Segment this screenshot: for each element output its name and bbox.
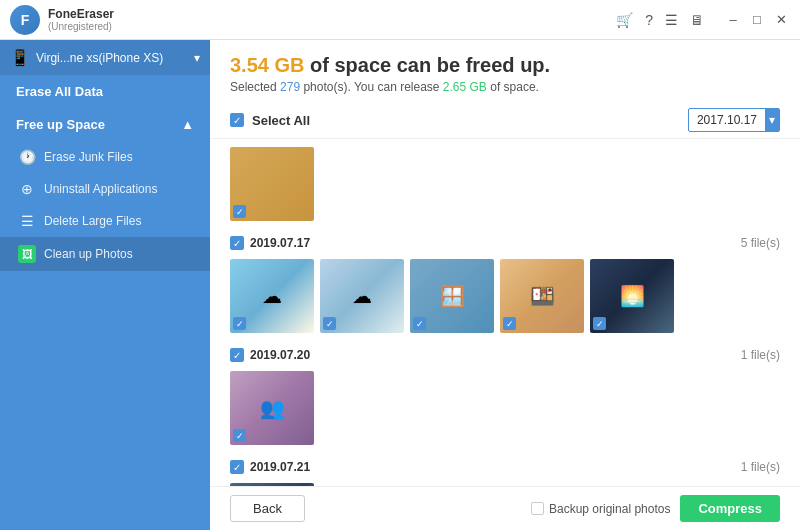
device-info: 📱 Virgi...ne xs(iPhone XS): [10, 48, 163, 67]
toolbar: ✓ Select All 2017.10.17 ▾: [210, 102, 800, 139]
back-button[interactable]: Back: [230, 495, 305, 522]
window-controls: – □ ✕: [724, 11, 790, 29]
plus-circle-icon: ⊕: [18, 181, 36, 197]
compress-button[interactable]: Compress: [680, 495, 780, 522]
backup-checkbox-row[interactable]: Backup original photos: [531, 502, 670, 516]
date-row-1-left: ✓ 2019.07.17: [230, 236, 310, 250]
subtitle-post: of space.: [487, 80, 539, 94]
maximize-button[interactable]: □: [748, 11, 766, 29]
free-up-label: Free up Space: [16, 117, 105, 132]
photo-thumbnail[interactable]: 👥 ✓: [230, 371, 314, 445]
date-group-3: ✓ 2019.07.21 1 file(s) 🌄 ✓: [230, 455, 780, 486]
photo-thumbnail[interactable]: ✓: [230, 147, 314, 221]
dropdown-arrow[interactable]: ▾: [765, 109, 779, 131]
monitor-icon[interactable]: 🖥: [690, 12, 704, 28]
group2-checkbox[interactable]: ✓: [230, 348, 244, 362]
uninstall-label: Uninstall Applications: [44, 182, 157, 196]
device-selector[interactable]: 📱 Virgi...ne xs(iPhone XS) ▾: [0, 40, 210, 75]
clean-photos-label: Clean up Photos: [44, 247, 133, 261]
sidebar-section-free-up: Free up Space ▲: [0, 108, 210, 141]
cart-icon[interactable]: 🛒: [616, 12, 633, 28]
titlebar: F FoneEraser (Unregistered) 🛒 ? ☰ 🖥 – □ …: [0, 0, 800, 40]
photo-thumbnail[interactable]: 🍱 ✓: [500, 259, 584, 333]
app-subtitle: (Unregistered): [48, 21, 114, 32]
date-row-2-left: ✓ 2019.07.20: [230, 348, 310, 362]
app-logo-char: F: [21, 12, 30, 28]
clock-icon: 🕐: [18, 149, 36, 165]
group3-checkbox[interactable]: ✓: [230, 460, 244, 474]
thumb-visual: 🌄: [230, 483, 314, 486]
list-icon: ☰: [18, 213, 36, 229]
group1-count: 5 file(s): [741, 236, 780, 250]
collapse-icon[interactable]: ▲: [181, 117, 194, 132]
date-filter-dropdown[interactable]: 2017.10.17 ▾: [688, 108, 780, 132]
footer-right: Backup original photos Compress: [531, 495, 780, 522]
close-button[interactable]: ✕: [772, 11, 790, 29]
content-subtitle: Selected 279 photo(s). You can release 2…: [230, 80, 780, 94]
sidebar-item-erase-all[interactable]: Erase All Data: [0, 75, 210, 108]
group1-photos: ☁ ✓ ☁ ✓ 🪟 ✓ 🍱 ✓: [230, 259, 780, 333]
content-area: 3.54 GB of space can be freed up. Select…: [210, 40, 800, 530]
sidebar-item-large-files[interactable]: ☰ Delete Large Files: [0, 205, 210, 237]
thumb-checkbox[interactable]: ✓: [233, 317, 246, 330]
content-header: 3.54 GB of space can be freed up. Select…: [210, 40, 800, 102]
group2-date: 2019.07.20: [250, 348, 310, 362]
thumb-checkbox[interactable]: ✓: [413, 317, 426, 330]
first-photo-row: ✓: [230, 147, 780, 221]
app-branding: F FoneEraser (Unregistered): [10, 5, 114, 35]
backup-label: Backup original photos: [549, 502, 670, 516]
sidebar-item-clean-photos[interactable]: 🖼 Clean up Photos: [0, 237, 210, 271]
group1-date: 2019.07.17: [250, 236, 310, 250]
date-row-1: ✓ 2019.07.17 5 file(s): [230, 231, 780, 255]
photo-thumbnail[interactable]: ☁ ✓: [230, 259, 314, 333]
release-size: 2.65 GB: [443, 80, 487, 94]
select-all-checkbox[interactable]: ✓: [230, 113, 244, 127]
thumb-checkbox[interactable]: ✓: [323, 317, 336, 330]
thumb-checkbox[interactable]: ✓: [593, 317, 606, 330]
thumb-checkbox[interactable]: ✓: [503, 317, 516, 330]
titlebar-icons: 🛒 ? ☰ 🖥 – □ ✕: [616, 11, 790, 29]
subtitle-pre: Selected: [230, 80, 280, 94]
photo-thumbnail[interactable]: 🌅 ✓: [590, 259, 674, 333]
date-group-1: ✓ 2019.07.17 5 file(s) ☁ ✓ ☁ ✓ 🪟: [230, 231, 780, 333]
thumb-checkbox[interactable]: ✓: [233, 429, 246, 442]
group3-count: 1 file(s): [741, 460, 780, 474]
chevron-down-icon: ▾: [194, 51, 200, 65]
group2-count: 1 file(s): [741, 348, 780, 362]
group1-checkbox[interactable]: ✓: [230, 236, 244, 250]
photo-area: ✓ ✓ 2019.07.17 5 file(s) ☁ ✓: [210, 139, 800, 486]
app-name: FoneEraser: [48, 7, 114, 21]
freed-text: of space can be freed up.: [310, 54, 550, 76]
menu-icon[interactable]: ☰: [665, 12, 678, 28]
select-all-row: ✓ Select All: [230, 113, 310, 128]
group3-date: 2019.07.21: [250, 460, 310, 474]
thumb-checkbox[interactable]: ✓: [233, 205, 246, 218]
help-icon[interactable]: ?: [645, 12, 653, 28]
date-group-2: ✓ 2019.07.20 1 file(s) 👥 ✓: [230, 343, 780, 445]
group2-photos: 👥 ✓: [230, 371, 780, 445]
device-name: Virgi...ne xs(iPhone XS): [36, 51, 163, 65]
junk-files-label: Erase Junk Files: [44, 150, 133, 164]
sidebar-item-junk-files[interactable]: 🕐 Erase Junk Files: [0, 141, 210, 173]
app-logo: F: [10, 5, 40, 35]
date-row-2: ✓ 2019.07.20 1 file(s): [230, 343, 780, 367]
photo-count: 279: [280, 80, 300, 94]
photo-thumbnail[interactable]: ☁ ✓: [320, 259, 404, 333]
main-layout: 📱 Virgi...ne xs(iPhone XS) ▾ Erase All D…: [0, 40, 800, 530]
photo-thumbnail[interactable]: 🌄 ✓: [230, 483, 314, 486]
sidebar: 📱 Virgi...ne xs(iPhone XS) ▾ Erase All D…: [0, 40, 210, 530]
backup-checkbox[interactable]: [531, 502, 544, 515]
date-row-3-left: ✓ 2019.07.21: [230, 460, 310, 474]
select-all-label: Select All: [252, 113, 310, 128]
sidebar-item-uninstall[interactable]: ⊕ Uninstall Applications: [0, 173, 210, 205]
large-files-label: Delete Large Files: [44, 214, 141, 228]
green-photos-icon: 🖼: [18, 245, 36, 263]
date-filter-value: 2017.10.17: [697, 113, 757, 127]
app-title-block: FoneEraser (Unregistered): [48, 7, 114, 32]
photo-thumbnail[interactable]: 🪟 ✓: [410, 259, 494, 333]
minimize-button[interactable]: –: [724, 11, 742, 29]
phone-icon: 📱: [10, 48, 30, 67]
footer: Back Backup original photos Compress: [210, 486, 800, 530]
date-row-3: ✓ 2019.07.21 1 file(s): [230, 455, 780, 479]
content-title: 3.54 GB of space can be freed up.: [230, 54, 780, 77]
